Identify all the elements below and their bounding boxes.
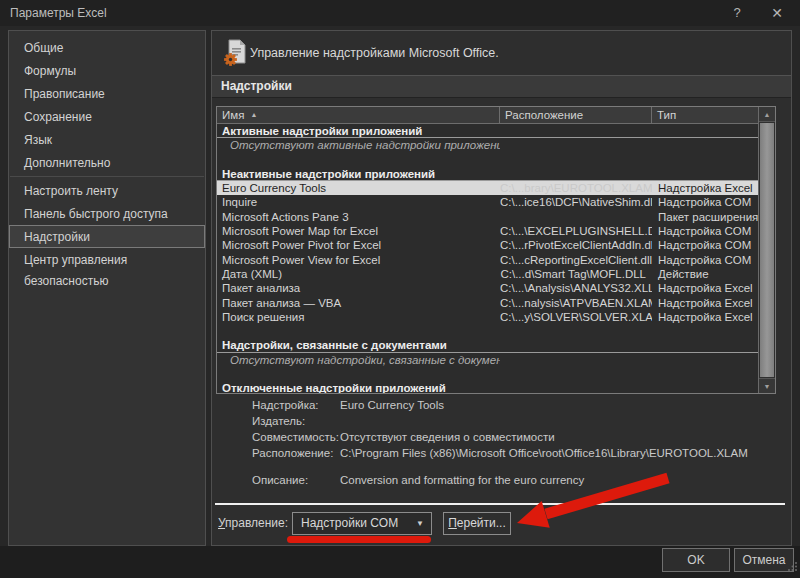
scrollbar-thumb[interactable] bbox=[760, 123, 774, 377]
table-cell bbox=[652, 167, 758, 180]
sidebar-item[interactable]: Центр управления безопасностью bbox=[9, 248, 205, 271]
table-cell: Microsoft Power Pivot for Excel bbox=[217, 238, 500, 252]
sidebar-item[interactable]: Настроить ленту bbox=[9, 179, 205, 202]
table-cell: Надстройка COM bbox=[652, 253, 758, 267]
table-row[interactable]: Отключенные надстройки приложений bbox=[217, 381, 758, 393]
table-cell: Надстройка COM bbox=[652, 224, 758, 238]
table-cell: Euro Currency Tools bbox=[217, 181, 500, 195]
table-row[interactable]: InquireC:\...ice16\DCF\NativeShim.dllНад… bbox=[217, 195, 758, 209]
detail-row: Издатель: bbox=[252, 413, 786, 429]
table-cell: Действие bbox=[652, 267, 758, 281]
table-cell: C:\...nalysis\ATPVBAEN.XLAM bbox=[500, 296, 652, 310]
table-row[interactable]: Надстройки, связанные с документами bbox=[217, 338, 758, 352]
table-cell bbox=[217, 367, 500, 381]
titlebar: Параметры Excel ? ✕ bbox=[0, 0, 800, 26]
detail-label: Надстройка: bbox=[252, 397, 340, 413]
table-row[interactable]: Microsoft Power Map for ExcelC:\...\EXCE… bbox=[217, 224, 758, 238]
column-header-type[interactable]: Тип bbox=[652, 107, 775, 124]
column-header-name[interactable]: Имя▲ bbox=[217, 107, 500, 124]
table-scrollbar[interactable]: ▲ ▼ bbox=[758, 107, 775, 393]
table-row[interactable]: Пакет анализаC:\...\Analysis\ANALYS32.XL… bbox=[217, 281, 758, 295]
go-button[interactable]: Перейти... bbox=[443, 512, 511, 535]
sidebar-item[interactable]: Сохранение bbox=[9, 105, 205, 128]
sidebar-item[interactable]: Правописание bbox=[9, 82, 205, 105]
addins-table: Имя▲ Расположение Тип Активные надстройк… bbox=[216, 106, 776, 394]
table-cell: C:\...d\Smart Tag\MOFL.DLL bbox=[500, 267, 652, 281]
table-cell bbox=[652, 124, 758, 137]
table-cell: Microsoft Actions Pane 3 bbox=[217, 210, 500, 224]
page-title: Управление надстройками Microsoft Office… bbox=[250, 46, 499, 60]
table-row[interactable]: Отсутствуют надстройки, связанные с доку… bbox=[217, 353, 758, 367]
table-cell bbox=[500, 124, 652, 137]
table-cell: C:\...rPivotExcelClientAddIn.dll bbox=[500, 238, 652, 252]
scroll-down-icon[interactable]: ▼ bbox=[759, 378, 775, 393]
table-row[interactable]: Отсутствуют активные надстройки приложен… bbox=[217, 138, 758, 152]
detail-label: Совместимость: bbox=[252, 429, 340, 445]
table-row[interactable]: Microsoft Power View for ExcelC:\...cRep… bbox=[217, 253, 758, 267]
detail-row: Надстройка:Euro Currency Tools bbox=[252, 397, 786, 413]
table-cell bbox=[500, 367, 652, 381]
detail-label: Расположение: bbox=[252, 445, 340, 461]
detail-value: Euro Currency Tools bbox=[340, 397, 786, 413]
table-cell: Microsoft Power View for Excel bbox=[217, 253, 500, 267]
table-row[interactable]: Microsoft Power Pivot for ExcelC:\...rPi… bbox=[217, 238, 758, 252]
table-cell: C:\...brary\EUROTOOL.XLAM bbox=[500, 181, 652, 195]
annotation-underline bbox=[287, 536, 431, 543]
manage-dropdown-value: Надстройки COM bbox=[301, 516, 398, 530]
sidebar-item[interactable]: Надстройки bbox=[9, 225, 205, 248]
table-header-row: Имя▲ Расположение Тип bbox=[217, 107, 775, 124]
manage-dropdown[interactable]: Надстройки COM ▼ bbox=[292, 512, 432, 535]
table-row[interactable]: Пакет анализа — VBAC:\...nalysis\ATPVBAE… bbox=[217, 296, 758, 310]
sidebar-nav: ОбщиеФормулыПравописаниеСохранениеЯзыкДо… bbox=[8, 30, 206, 546]
ok-button[interactable]: OK bbox=[662, 548, 730, 572]
addins-manager-icon bbox=[223, 39, 249, 71]
sidebar-item[interactable]: Общие bbox=[9, 36, 205, 59]
scroll-up-icon[interactable]: ▲ bbox=[759, 107, 775, 122]
table-row[interactable]: Microsoft Actions Pane 3Пакет расширения… bbox=[217, 210, 758, 224]
table-cell bbox=[652, 353, 758, 367]
table-cell: C:\...\Analysis\ANALYS32.XLL bbox=[500, 281, 652, 295]
table-cell: Отсутствуют надстройки, связанные с доку… bbox=[217, 353, 500, 367]
sidebar-item[interactable]: Панель быстрого доступа bbox=[9, 202, 205, 225]
sidebar-item[interactable]: Язык bbox=[9, 128, 205, 151]
table-cell bbox=[500, 353, 652, 367]
table-cell bbox=[652, 338, 758, 351]
table-row[interactable]: Euro Currency ToolsC:\...brary\EUROTOOL.… bbox=[217, 181, 758, 195]
detail-row: Описание:Conversion and formatting for t… bbox=[252, 472, 786, 488]
table-row[interactable]: Активные надстройки приложений bbox=[217, 124, 758, 138]
table-cell: Надстройка Excel bbox=[652, 296, 758, 310]
table-cell: Microsoft Power Map for Excel bbox=[217, 224, 500, 238]
table-cell: Надстройка Excel bbox=[652, 281, 758, 295]
resize-grip-icon[interactable] bbox=[787, 558, 798, 576]
detail-value: Conversion and formatting for the euro c… bbox=[340, 472, 786, 488]
table-cell: Inquire bbox=[217, 195, 500, 209]
manage-label: Управление: bbox=[218, 512, 288, 535]
table-row[interactable]: Поиск решенияC:\...y\SOLVER\SOLVER.XLAMН… bbox=[217, 310, 758, 324]
table-cell: Надстройка COM bbox=[652, 238, 758, 252]
sidebar-item[interactable]: Дополнительно bbox=[9, 151, 205, 174]
table-cell bbox=[500, 324, 652, 338]
table-cell bbox=[217, 153, 500, 167]
table-cell: Пакет анализа — VBA bbox=[217, 296, 500, 310]
close-icon[interactable]: ✕ bbox=[762, 0, 792, 26]
table-cell: Надстройка Excel bbox=[652, 181, 758, 195]
table-cell: Поиск решения bbox=[217, 310, 500, 324]
cancel-button[interactable]: Отмена bbox=[734, 548, 794, 572]
table-cell: Отсутствуют активные надстройки приложен… bbox=[217, 138, 500, 152]
table-cell bbox=[500, 210, 652, 224]
table-cell: Надстройка Excel bbox=[652, 310, 758, 324]
table-row[interactable]: Дата (XML)C:\...d\Smart Tag\MOFL.DLLДейс… bbox=[217, 267, 758, 281]
sidebar-item[interactable]: Формулы bbox=[9, 59, 205, 82]
column-header-location[interactable]: Расположение bbox=[500, 107, 652, 124]
chevron-down-icon: ▼ bbox=[416, 513, 424, 534]
window-title: Параметры Excel bbox=[10, 0, 107, 26]
detail-label: Описание: bbox=[252, 472, 340, 488]
table-row[interactable]: Неактивные надстройки приложений bbox=[217, 167, 758, 181]
table-cell bbox=[500, 138, 652, 152]
help-icon[interactable]: ? bbox=[722, 0, 752, 26]
table-cell bbox=[652, 138, 758, 152]
table-cell bbox=[652, 324, 758, 338]
detail-value: Отсутствуют сведения о совместимости bbox=[340, 429, 786, 445]
table-cell bbox=[500, 381, 652, 393]
table-cell bbox=[217, 324, 500, 338]
